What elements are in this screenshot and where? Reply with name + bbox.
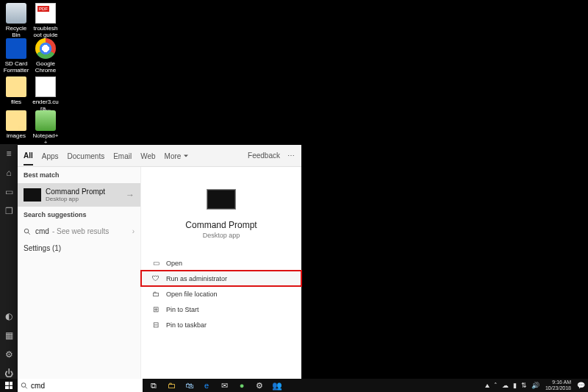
icon-label: Recycle Bin: [3, 25, 29, 38]
icon-label: images: [3, 132, 29, 139]
icon-label: Google Chrome: [32, 60, 59, 74]
pin-icon: ⊟: [151, 321, 160, 329]
clock-time: 9:16 AM: [545, 379, 571, 385]
desktop-icon-notepadpp[interactable]: Notepad++: [32, 110, 59, 146]
action-label: Open file location: [166, 291, 218, 298]
app-icon[interactable]: ●: [237, 380, 247, 391]
battery-icon[interactable]: ▮: [513, 382, 517, 389]
icon-label: files: [3, 99, 29, 105]
tab-web[interactable]: Web: [140, 146, 155, 165]
icon-label: troubleshoot guide: [32, 25, 59, 38]
action-run-as-administrator[interactable]: 🛡 Run as administrator: [141, 271, 301, 286]
action-label: Pin to Start: [166, 306, 199, 313]
best-match-subtitle: Desktop app: [46, 196, 126, 202]
search-results-list: Best match Command Prompt Desktop app → …: [18, 167, 141, 379]
action-open-file-location[interactable]: 🗀 Open file location: [141, 286, 301, 302]
svg-point-2: [21, 382, 26, 387]
task-view-icon[interactable]: ⧉: [148, 380, 159, 391]
network-icon[interactable]: ❐: [4, 206, 14, 216]
chrome-icon: [35, 38, 56, 59]
start-search-panel: All Apps Documents Email Web More Feedba…: [18, 145, 301, 379]
taskbar-pinned-apps: ⧉ 🗀 🛍 e ✉ ● ⚙ 👥: [148, 379, 282, 392]
sd-card-icon: [6, 38, 26, 59]
teams-icon[interactable]: 👥: [272, 380, 282, 391]
action-center-icon[interactable]: 💬: [577, 382, 585, 389]
feedback-link[interactable]: Feedback: [248, 152, 280, 160]
settings-icon[interactable]: ⚙: [254, 380, 265, 391]
folder-icon: [6, 110, 26, 131]
tab-more[interactable]: More: [165, 146, 189, 165]
desktop-icon-chrome[interactable]: Google Chrome: [32, 38, 59, 74]
suggestion-hint: - See web results: [52, 227, 109, 235]
edge-icon[interactable]: e: [201, 380, 212, 391]
taskbar-search-box[interactable]: [18, 379, 143, 392]
volume-icon[interactable]: 🔊: [531, 382, 539, 389]
search-preview-pane: Command Prompt Desktop app ▭ Open 🛡 Run …: [141, 167, 301, 379]
start-rail: ≡ ⌂ ▭ ❐ ◐ ▦ ⚙ ⏻: [0, 144, 18, 379]
command-prompt-icon: [207, 189, 236, 210]
more-options-icon[interactable]: ⋯: [287, 152, 295, 160]
best-match-header: Best match: [18, 167, 140, 183]
pin-icon: ⊞: [151, 305, 160, 313]
folder-icon: 🗀: [151, 290, 160, 298]
action-open[interactable]: ▭ Open: [141, 255, 301, 271]
tray-chevron-icon[interactable]: ˄: [494, 382, 498, 389]
network-icon[interactable]: ⇅: [521, 382, 527, 389]
open-icon: ▭: [151, 259, 160, 267]
pdf-icon: [35, 3, 56, 24]
svg-line-3: [25, 386, 27, 388]
desktop-icon-sdcard[interactable]: SD Card Formatter: [3, 38, 29, 74]
desktop-icon-cura[interactable]: ender3.cura...: [32, 76, 59, 112]
tab-email[interactable]: Email: [113, 146, 132, 165]
windows-logo-icon: [5, 382, 12, 389]
clock-date: 10/23/2018: [545, 385, 571, 391]
icon-label: SD Card Formatter: [3, 60, 29, 74]
account-icon[interactable]: ◐: [4, 311, 14, 321]
preview-subtitle: Desktop app: [203, 232, 240, 239]
documents-icon[interactable]: ▭: [4, 187, 14, 197]
svg-point-0: [24, 229, 29, 233]
pictures-icon[interactable]: ▦: [4, 330, 14, 341]
desktop-icon-files[interactable]: files: [3, 76, 29, 105]
power-icon[interactable]: ⏻: [4, 368, 14, 379]
tab-all[interactable]: All: [24, 146, 33, 165]
hamburger-icon[interactable]: ≡: [4, 149, 14, 159]
web-suggestion-item[interactable]: cmd - See web results ›: [18, 223, 140, 240]
recycle-bin-icon: [6, 3, 26, 24]
action-label: Open: [166, 260, 182, 267]
best-match-item[interactable]: Command Prompt Desktop app →: [18, 183, 140, 207]
tab-documents[interactable]: Documents: [68, 146, 105, 165]
settings-results-header[interactable]: Settings (1): [18, 240, 140, 257]
search-icon: [24, 228, 31, 235]
folder-icon: [6, 76, 26, 97]
best-match-title: Command Prompt: [46, 188, 126, 196]
chevron-right-icon: ›: [132, 227, 135, 235]
tab-apps[interactable]: Apps: [42, 146, 59, 165]
icon-label: Notepad++: [32, 132, 59, 146]
preview-actions: ▭ Open 🛡 Run as administrator 🗀 Open fil…: [141, 255, 301, 332]
suggestion-term: cmd: [35, 227, 49, 235]
file-icon: [35, 76, 56, 97]
taskbar-clock[interactable]: 9:16 AM 10/23/2018: [545, 379, 571, 391]
action-pin-to-start[interactable]: ⊞ Pin to Start: [141, 302, 301, 317]
preview-title: Command Prompt: [185, 220, 257, 230]
tray-overflow-icon[interactable]: [485, 384, 490, 388]
desktop-icon-recycle-bin[interactable]: Recycle Bin: [3, 3, 29, 38]
onedrive-icon[interactable]: ☁: [502, 382, 509, 389]
desktop-icon-pdf[interactable]: troubleshoot guide: [32, 3, 59, 38]
settings-rail-icon[interactable]: ⚙: [4, 349, 14, 360]
svg-line-1: [28, 232, 30, 235]
store-icon[interactable]: 🛍: [184, 380, 194, 391]
notepad-icon: [35, 110, 56, 131]
mail-icon[interactable]: ✉: [219, 380, 229, 391]
desktop-icon-images[interactable]: images: [3, 110, 29, 139]
suggestions-header: Search suggestions: [18, 207, 140, 223]
search-input[interactable]: [31, 382, 140, 390]
taskbar: ⧉ 🗀 🛍 e ✉ ● ⚙ 👥 ˄ ☁ ▮ ⇅ 🔊 9:16 AM 10/23/…: [0, 379, 588, 392]
home-icon[interactable]: ⌂: [4, 168, 14, 178]
action-pin-to-taskbar[interactable]: ⊟ Pin to taskbar: [141, 317, 301, 332]
expand-arrow-icon[interactable]: →: [126, 190, 135, 200]
start-button[interactable]: [0, 379, 18, 392]
file-explorer-icon[interactable]: 🗀: [166, 380, 176, 391]
search-icon: [21, 382, 28, 390]
